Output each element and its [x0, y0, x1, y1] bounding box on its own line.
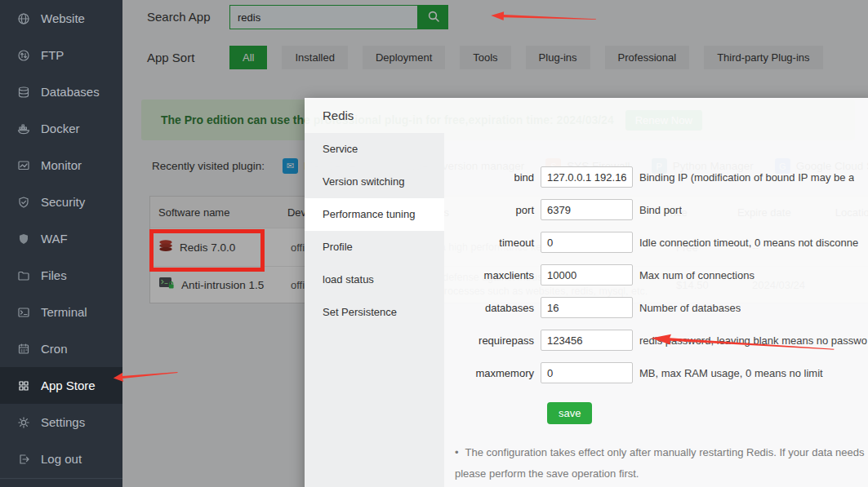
- form-row-databases: databases Number of databases: [444, 291, 868, 324]
- timeout-input[interactable]: [541, 232, 633, 253]
- form-row-requirepass: requirepass redis password, leaving blan…: [444, 324, 868, 356]
- maxclients-input[interactable]: [541, 264, 633, 286]
- port-input[interactable]: [541, 199, 633, 220]
- modal-menu: Service Version switching Performance tu…: [305, 133, 444, 487]
- maxclients-label: maxclients: [444, 269, 541, 281]
- restart-note: •The configuration takes effect only aft…: [455, 442, 868, 485]
- sidebar-item-label: WAF: [41, 232, 68, 246]
- modal-title: Redis: [305, 98, 868, 133]
- bind-input[interactable]: [541, 166, 633, 188]
- shield-check-icon: [17, 196, 30, 209]
- sidebar-item-security[interactable]: Security: [0, 184, 122, 220]
- database-icon: [17, 86, 30, 99]
- sidebar-item-label: Monitor: [41, 158, 82, 172]
- ftp-transfer-icon: [17, 49, 30, 62]
- maxmemory-desc: MB, max RAM usage, 0 means no limit: [639, 367, 823, 379]
- sidebar-item-log-out[interactable]: Log out: [0, 441, 122, 477]
- sidebar-item-label: Terminal: [41, 305, 87, 319]
- menu-item-profile[interactable]: Profile: [305, 231, 444, 263]
- sidebar-item-label: App Store: [41, 379, 96, 392]
- port-desc: Bind port: [639, 204, 682, 216]
- maxclients-desc: Max num of connections: [639, 269, 754, 281]
- bullet: •: [455, 446, 459, 458]
- sidebar-item-ftp[interactable]: FTP: [0, 37, 122, 73]
- maxmemory-label: maxmemory: [444, 367, 541, 379]
- timeout-desc: Idle connection timeout, 0 means not dis…: [639, 237, 858, 249]
- menu-item-version-switching[interactable]: Version switching: [305, 166, 444, 198]
- sidebar-item-monitor[interactable]: Monitor: [0, 147, 122, 184]
- sidebar-item-docker[interactable]: Docker: [0, 110, 122, 147]
- sidebar-item-files[interactable]: Files: [0, 257, 122, 294]
- sidebar-item-app-store[interactable]: App Store: [0, 367, 122, 404]
- menu-item-service[interactable]: Service: [305, 133, 444, 166]
- sidebar-item-label: Website: [41, 11, 85, 25]
- databases-input[interactable]: [541, 297, 633, 318]
- databases-desc: Number of databases: [639, 302, 741, 314]
- redis-settings-modal: Redis Service Version switching Performa…: [305, 98, 868, 487]
- sidebar-item-cron[interactable]: Cron: [0, 330, 122, 367]
- requirepass-desc: redis password, leaving blank means no p…: [639, 334, 867, 347]
- shield-icon: [17, 232, 30, 246]
- terminal-icon: [17, 306, 30, 319]
- bind-desc: Binding IP (modification of bound IP may…: [639, 171, 854, 184]
- sidebar-item-label: Files: [41, 268, 67, 282]
- databases-label: databases: [444, 302, 541, 314]
- form-row-maxmemory: maxmemory MB, max RAM usage, 0 means no …: [444, 356, 868, 389]
- port-label: port: [444, 204, 541, 216]
- folder-icon: [17, 269, 30, 282]
- form-row-port: port Bind port: [444, 193, 868, 226]
- sidebar-item-label: Docker: [41, 122, 80, 135]
- menu-item-load-status[interactable]: load status: [305, 263, 444, 296]
- requirepass-label: requirepass: [444, 334, 541, 347]
- sidebar-item-label: Databases: [41, 85, 100, 99]
- save-button[interactable]: save: [547, 402, 592, 424]
- gear-icon: [17, 416, 30, 429]
- calendar-icon: [17, 343, 30, 356]
- sidebar-item-databases[interactable]: Databases: [0, 73, 122, 110]
- bind-label: bind: [444, 171, 541, 184]
- sidebar-item-label: FTP: [41, 48, 64, 62]
- requirepass-input[interactable]: [541, 330, 633, 351]
- app-grid-icon: [17, 379, 30, 392]
- app-window: Website FTP Databases Docker Monitor Sec…: [0, 0, 868, 487]
- globe-icon: [17, 12, 30, 25]
- form-row-timeout: timeout Idle connection timeout, 0 means…: [444, 226, 868, 259]
- logout-icon: [17, 453, 30, 466]
- docker-whale-icon: [17, 122, 30, 135]
- sidebar-item-label: Security: [41, 195, 85, 209]
- timeout-label: timeout: [444, 237, 541, 249]
- menu-item-set-persistence[interactable]: Set Persistence: [305, 296, 444, 329]
- sidebar-item-label: Settings: [41, 415, 85, 429]
- sidebar-item-website[interactable]: Website: [0, 0, 122, 37]
- form-row-maxclients: maxclients Max num of connections: [444, 259, 868, 291]
- sidebar-item-label: Log out: [41, 452, 82, 466]
- monitor-chart-icon: [17, 159, 30, 172]
- sidebar-item-settings[interactable]: Settings: [0, 404, 122, 441]
- maxmemory-input[interactable]: [541, 362, 633, 383]
- form-row-bind: bind Binding IP (modification of bound I…: [444, 161, 868, 193]
- sidebar-divider: [0, 478, 122, 479]
- sidebar-item-waf[interactable]: WAF: [0, 220, 122, 257]
- performance-tuning-form: bind Binding IP (modification of bound I…: [444, 133, 868, 487]
- sidebar-item-terminal[interactable]: Terminal: [0, 294, 122, 330]
- sidebar: Website FTP Databases Docker Monitor Sec…: [0, 0, 122, 487]
- menu-item-performance-tuning[interactable]: Performance tuning: [305, 198, 444, 231]
- sidebar-item-label: Cron: [41, 342, 68, 356]
